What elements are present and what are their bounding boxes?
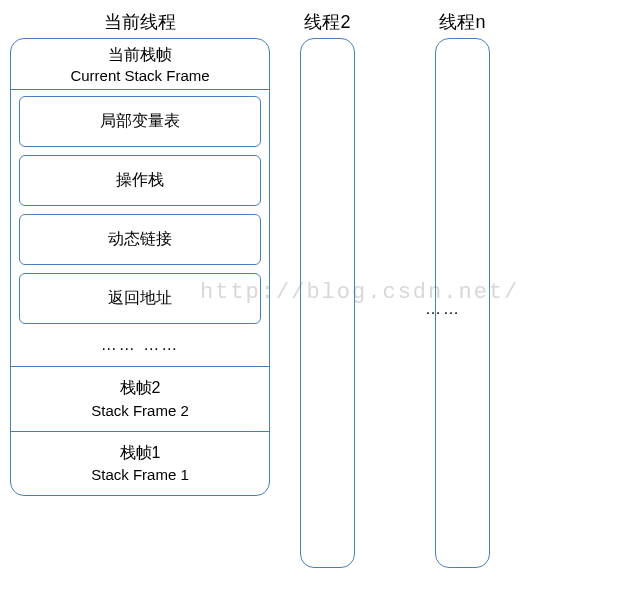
thread-2-column: 线程2 bbox=[300, 10, 355, 568]
spacer-column bbox=[375, 10, 435, 35]
frame-contents-ellipsis: …… …… bbox=[19, 332, 261, 360]
current-thread-column: 当前线程 当前栈帧 Current Stack Frame 局部变量表 操作栈 … bbox=[10, 10, 270, 496]
current-frame-title-en: Current Stack Frame bbox=[15, 66, 265, 86]
stack-frame-2: 栈帧2 Stack Frame 2 bbox=[11, 366, 269, 430]
current-frame-contents: 局部变量表 操作栈 动态链接 返回地址 …… …… bbox=[11, 89, 269, 366]
local-variable-table: 局部变量表 bbox=[19, 96, 261, 147]
threads-ellipsis: …… bbox=[425, 300, 461, 318]
current-stack-frame-header: 当前栈帧 Current Stack Frame bbox=[11, 39, 269, 89]
return-address: 返回地址 bbox=[19, 273, 261, 324]
stack-frame-1-en: Stack Frame 1 bbox=[15, 464, 265, 485]
spacer-label bbox=[402, 10, 407, 31]
thread-n-label: 线程n bbox=[439, 10, 485, 34]
stack-frame-2-en: Stack Frame 2 bbox=[15, 400, 265, 421]
thread-n-column: 线程n bbox=[435, 10, 490, 568]
operand-stack: 操作栈 bbox=[19, 155, 261, 206]
stack-frame-1: 栈帧1 Stack Frame 1 bbox=[11, 431, 269, 495]
current-frame-title-cn: 当前栈帧 bbox=[15, 45, 265, 66]
dynamic-linking: 动态链接 bbox=[19, 214, 261, 265]
current-thread-label: 当前线程 bbox=[104, 10, 176, 34]
current-thread-stack: 当前栈帧 Current Stack Frame 局部变量表 操作栈 动态链接 … bbox=[10, 38, 270, 496]
stack-frame-1-cn: 栈帧1 bbox=[15, 442, 265, 464]
thread-2-label: 线程2 bbox=[304, 10, 350, 34]
diagram-row: 当前线程 当前栈帧 Current Stack Frame 局部变量表 操作栈 … bbox=[10, 10, 619, 568]
stack-frame-2-cn: 栈帧2 bbox=[15, 377, 265, 399]
thread-2-stack bbox=[300, 38, 355, 568]
